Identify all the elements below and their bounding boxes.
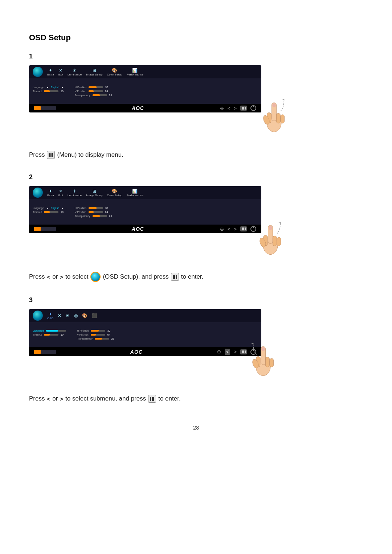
- monitor-brand-2: AOC: [132, 226, 144, 232]
- svg-rect-12: [273, 236, 277, 246]
- step-1-instruction: Press (Menu) to display menu.: [29, 151, 363, 159]
- monitor-menu-item-2: ✕: [58, 313, 61, 318]
- page-container: OSD Setup 1 ✦Extra ✕Exit: [0, 0, 392, 460]
- monitor-top-bar-1: ✦Extra ✕Exit ☀Luminance ⊞Image Setup 🎨C: [29, 65, 261, 78]
- svg-rect-15: [269, 226, 272, 230]
- monitor-brand-1: AOC: [132, 105, 144, 111]
- monitor-screen-3: ✦ OSD ✕ ☀ ◎ 🎨: [29, 309, 261, 356]
- menu-button-3: [240, 349, 247, 354]
- monitor-row-language-2: Language ◄ English ►: [33, 207, 64, 209]
- monitor-top-bar-3: ✦ OSD ✕ ☀ ◎ 🎨: [29, 309, 261, 322]
- monitor-controls-2: ⊕ < >: [220, 226, 256, 232]
- hand-svg-2: [254, 217, 287, 257]
- monitor-row-timeout-2: Timeout 10: [33, 211, 64, 213]
- press-label-1: Press: [29, 151, 45, 159]
- chevron-right-3: >: [60, 396, 63, 402]
- submenu-label-3: to select submenu, and press: [65, 395, 146, 402]
- monitor-menu-item-3: ☀: [66, 313, 70, 318]
- monitor-row-language: Language ◄ English ►: [33, 86, 64, 89]
- menu-button-2: [240, 226, 247, 231]
- hand-1: [258, 94, 290, 136]
- menu-icon-1: [47, 151, 55, 159]
- monitor-content-1: Language ◄ English ► Timeout 10: [29, 85, 261, 98]
- power-button-1: [250, 105, 256, 111]
- monitor-right-3: H Position 30 V Position 04 Transparency: [77, 329, 114, 340]
- monitor-menu-performance-2: 📊Performance: [127, 189, 143, 197]
- monitor-menu-item-4: ◎: [74, 313, 78, 318]
- chevron-right-2: >: [60, 274, 63, 280]
- monitor-content-2: Language ◄ English ► Timeout 10: [29, 205, 261, 219]
- monitor-menu-extra-2: ✦Extra: [47, 189, 54, 197]
- or-label-2: or: [52, 273, 58, 280]
- monitor-menu-luminance-2: ☀Luminance: [68, 189, 82, 197]
- monitor-extra-icon-3: [33, 311, 43, 321]
- press-label-2: Press: [29, 273, 45, 280]
- monitor-3: ✦ OSD ✕ ☀ ◎ 🎨: [29, 309, 261, 356]
- hand-2: [254, 217, 287, 258]
- to-enter-label-2: to enter.: [181, 273, 203, 280]
- monitor-top-bar-2: ✦Extra ✕Exit ☀Luminance ⊞Image Setup 🎨C: [29, 186, 261, 199]
- monitor-left-1: Language ◄ English ► Timeout 10: [33, 86, 64, 93]
- monitor-screen-2: ✦Extra ✕Exit ☀Luminance ⊞Image Setup 🎨C: [29, 186, 261, 233]
- svg-rect-21: [265, 357, 269, 367]
- monitor-menu-item-5: 🎨: [82, 313, 87, 318]
- osd-icon-2: [90, 272, 101, 282]
- hand-svg-1: [258, 94, 290, 134]
- step-2-visual: ✦Extra ✕Exit ☀Luminance ⊞Image Setup 🎨C: [29, 186, 298, 266]
- monitor-row-hpos-2: H Position 30: [75, 207, 112, 209]
- step-3-number: 3: [29, 296, 363, 304]
- monitor-row-transparency-2: Transparency 25: [75, 215, 112, 217]
- svg-rect-24: [261, 347, 265, 351]
- monitor-content-3: Language Timeout 10 H Position: [29, 328, 261, 341]
- monitor-bottom-3: AOC ⊕ < >: [29, 347, 261, 356]
- monitor-row-language-3: Language: [33, 329, 66, 332]
- step-2-number: 2: [29, 173, 363, 181]
- page-number: 28: [29, 424, 363, 431]
- monitor-left-2: Language ◄ English ► Timeout 10: [33, 207, 64, 213]
- monitor-menu-color-2: 🎨Color Setup: [107, 189, 122, 197]
- menu-button-1: [240, 106, 247, 111]
- monitor-screen-1: ✦Extra ✕Exit ☀Luminance ⊞Image Setup 🎨C: [29, 65, 261, 112]
- to-select-label-2: to select: [65, 273, 88, 280]
- monitor-row-vpos-2: V Position 04: [75, 211, 112, 213]
- monitor-row-timeout: Timeout 10: [33, 90, 64, 93]
- monitor-right-2: H Position 30 V Position 04 Transparency: [75, 207, 112, 217]
- monitor-row-timeout-3: Timeout 10: [33, 333, 66, 336]
- monitor-2: ✦Extra ✕Exit ☀Luminance ⊞Image Setup 🎨C: [29, 186, 261, 233]
- step-2-block: 2 ✦Extra ✕Exit ☀Luminance: [29, 173, 363, 282]
- monitor-bottom-2: AOC ⊕ < >: [29, 225, 261, 233]
- step-1-block: 1 ✦Extra ✕Exit ☀Luminance: [29, 53, 363, 159]
- monitor-menu-item-1: ✦ OSD: [47, 312, 53, 320]
- monitor-row-vpos: V Position 04: [75, 90, 112, 93]
- svg-rect-4: [281, 115, 284, 123]
- step-3-visual: ✦ OSD ✕ ☀ ◎ 🎨: [29, 309, 298, 389]
- monitor-row-transparency: Transparency 25: [75, 94, 112, 97]
- monitor-brand-3: AOC: [130, 349, 143, 355]
- monitor-menu-exit-2: ✕Exit: [58, 189, 63, 197]
- svg-rect-13: [277, 237, 281, 246]
- chevron-left-3: <: [47, 396, 50, 402]
- to-enter-label-3: to enter.: [158, 395, 180, 402]
- hand-svg-3: [247, 338, 279, 378]
- or-label-3: or: [52, 395, 58, 402]
- monitor-menu-luminance: ☀Luminance: [68, 68, 82, 76]
- chevron-left-2: <: [47, 274, 50, 280]
- step-2-instruction: Press < or > to select (OSD Setup), and …: [29, 272, 363, 282]
- monitor-menu-image-2: ⊞Image Setup: [86, 189, 102, 197]
- monitor-row-vpos-3: V Position 04: [77, 333, 114, 336]
- step-3-block: 3 ✦ OSD ✕ ☀: [29, 296, 363, 403]
- monitor-menu-exit: ✕Exit: [58, 68, 63, 76]
- hand-3: [247, 338, 279, 379]
- svg-rect-3: [276, 113, 280, 123]
- monitor-row-hpos-3: H Position 30: [77, 329, 114, 332]
- monitor-menu-extra: ✦Extra: [47, 68, 54, 76]
- svg-rect-22: [270, 358, 273, 367]
- monitor-right-1: H Position 30 V Position 04 Transparency: [75, 86, 112, 97]
- menu-icon-2: [171, 273, 179, 281]
- monitor-left-3: Language Timeout 10: [33, 329, 66, 336]
- monitor-row-hpos: H Position 30: [75, 86, 112, 89]
- step-3-instruction: Press < or > to select submenu, and pres…: [29, 395, 363, 403]
- monitor-menu-color: 🎨Color Setup: [107, 68, 122, 76]
- monitor-menu-item-6: ⬛: [92, 313, 97, 318]
- step-1-visual: ✦Extra ✕Exit ☀Luminance ⊞Image Setup 🎨C: [29, 65, 298, 145]
